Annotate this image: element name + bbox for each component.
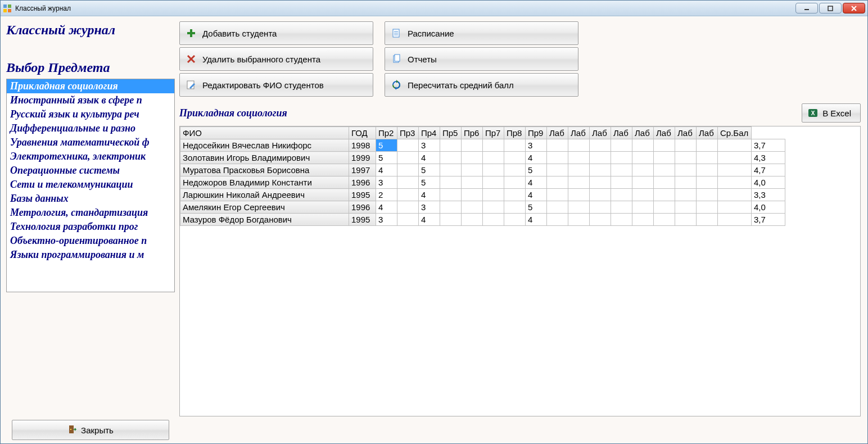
grade-cell[interactable] — [568, 152, 590, 164]
avg-cell[interactable]: 4,0 — [752, 176, 785, 189]
grade-cell[interactable]: 4 — [526, 189, 547, 201]
grade-cell[interactable] — [675, 176, 697, 189]
table-row[interactable]: Амелякин Егор Сергеевич19964354,0 — [180, 201, 785, 214]
grade-cell[interactable] — [547, 139, 568, 152]
column-header[interactable]: Ср.Бал — [718, 127, 752, 139]
column-header[interactable]: Лаб — [697, 127, 718, 139]
subject-item[interactable]: Метрология, стандартизация — [7, 206, 174, 220]
grade-cell[interactable] — [718, 176, 752, 189]
grade-cell[interactable] — [697, 189, 718, 201]
grade-cell[interactable] — [397, 201, 419, 214]
grade-cell[interactable] — [462, 201, 483, 214]
subject-item[interactable]: Языки программирования и м — [7, 248, 174, 262]
grade-cell[interactable] — [440, 214, 462, 226]
grade-cell[interactable] — [654, 139, 675, 152]
fio-cell[interactable]: Ларюшкин Николай Андреевич — [180, 189, 349, 201]
grade-cell[interactable] — [547, 189, 568, 201]
grade-cell[interactable] — [632, 201, 654, 214]
table-row[interactable]: Недожоров Владимир Константи19963544,0 — [180, 176, 785, 189]
grade-cell[interactable] — [397, 164, 419, 176]
column-header[interactable]: Лаб — [654, 127, 675, 139]
grade-cell[interactable] — [462, 164, 483, 176]
grade-cell[interactable] — [397, 214, 419, 226]
grade-cell[interactable] — [697, 201, 718, 214]
grade-cell[interactable]: 5 — [419, 164, 440, 176]
grade-cell[interactable] — [590, 189, 611, 201]
grade-cell[interactable] — [611, 201, 632, 214]
grade-cell[interactable] — [632, 139, 654, 152]
subject-item[interactable]: Русский язык и культура реч — [7, 107, 174, 121]
grade-cell[interactable] — [440, 152, 462, 164]
column-header[interactable]: Пр3 — [397, 127, 419, 139]
grade-cell[interactable] — [504, 139, 526, 152]
grade-cell[interactable] — [547, 176, 568, 189]
grade-cell[interactable] — [462, 152, 483, 164]
grade-cell[interactable]: 4 — [376, 201, 397, 214]
grade-cell[interactable]: 3 — [526, 139, 547, 152]
grade-cell[interactable] — [654, 214, 675, 226]
grade-cell[interactable]: 4 — [419, 152, 440, 164]
grade-cell[interactable] — [611, 214, 632, 226]
grade-cell[interactable]: 3 — [376, 214, 397, 226]
year-cell[interactable]: 1997 — [349, 164, 376, 176]
grade-cell[interactable] — [462, 189, 483, 201]
edit-fio-button[interactable]: Редактировать ФИО студентов — [179, 73, 373, 97]
grade-cell[interactable] — [483, 176, 504, 189]
close-button[interactable]: Закрыть — [12, 420, 169, 440]
reports-button[interactable]: Отчеты — [385, 47, 578, 71]
table-row[interactable]: Ларюшкин Николай Андреевич19952443,3 — [180, 189, 785, 201]
column-header[interactable]: Лаб — [568, 127, 590, 139]
column-header[interactable]: Лаб — [675, 127, 697, 139]
avg-cell[interactable]: 3,7 — [752, 214, 785, 226]
column-header[interactable]: Лаб — [611, 127, 632, 139]
column-header[interactable]: Пр9 — [526, 127, 547, 139]
recalc-button[interactable]: Пересчитать средний балл — [385, 73, 578, 97]
fio-cell[interactable]: Мазуров Фёдор Богданович — [180, 214, 349, 226]
table-row[interactable]: Золотавин Игорь Владимирович19995444,3 — [180, 152, 785, 164]
fio-cell[interactable]: Недожоров Владимир Константи — [180, 176, 349, 189]
grade-cell[interactable]: 4 — [376, 164, 397, 176]
export-excel-button[interactable]: X В Excel — [802, 103, 861, 123]
subject-item[interactable]: Дифференциальные и разно — [7, 121, 174, 135]
close-window-button[interactable] — [843, 3, 865, 13]
grade-cell[interactable]: 2 — [376, 189, 397, 201]
grade-cell[interactable] — [504, 152, 526, 164]
subject-item[interactable]: Уравнения математической ф — [7, 135, 174, 149]
grade-cell[interactable]: 5 — [419, 176, 440, 189]
grade-cell[interactable] — [611, 164, 632, 176]
grade-cell[interactable] — [718, 139, 752, 152]
delete-student-button[interactable]: Удалить выбранного студента — [179, 47, 373, 71]
grade-cell[interactable] — [675, 164, 697, 176]
year-cell[interactable]: 1995 — [349, 214, 376, 226]
grade-cell[interactable] — [590, 139, 611, 152]
grade-cell[interactable] — [547, 201, 568, 214]
minimize-button[interactable] — [795, 3, 818, 13]
column-header[interactable]: Пр8 — [504, 127, 526, 139]
table-row[interactable]: Муратова Прасковья Борисовна19974554,7 — [180, 164, 785, 176]
avg-cell[interactable]: 3,7 — [752, 139, 785, 152]
grade-cell[interactable]: 4 — [526, 152, 547, 164]
column-header[interactable]: Пр7 — [483, 127, 504, 139]
grade-cell[interactable] — [675, 152, 697, 164]
fio-cell[interactable]: Муратова Прасковья Борисовна — [180, 164, 349, 176]
avg-cell[interactable]: 4,0 — [752, 201, 785, 214]
grade-cell[interactable] — [568, 139, 590, 152]
grade-cell[interactable] — [654, 164, 675, 176]
grade-cell[interactable] — [632, 164, 654, 176]
grade-cell[interactable] — [504, 201, 526, 214]
column-header[interactable]: Пр5 — [440, 127, 462, 139]
grade-cell[interactable] — [654, 201, 675, 214]
grade-cell[interactable] — [697, 214, 718, 226]
grade-cell[interactable] — [718, 214, 752, 226]
grade-cell[interactable] — [483, 201, 504, 214]
year-cell[interactable]: 1995 — [349, 189, 376, 201]
grade-cell[interactable] — [397, 152, 419, 164]
grade-cell[interactable] — [590, 176, 611, 189]
grade-cell[interactable]: 3 — [419, 201, 440, 214]
column-header[interactable]: Пр2 — [376, 127, 397, 139]
schedule-button[interactable]: Расписание — [385, 21, 578, 45]
grade-cell[interactable] — [675, 201, 697, 214]
grade-cell[interactable]: 5 — [376, 152, 397, 164]
subject-item[interactable]: Объектно-ориентированное п — [7, 234, 174, 248]
grade-cell[interactable] — [397, 176, 419, 189]
